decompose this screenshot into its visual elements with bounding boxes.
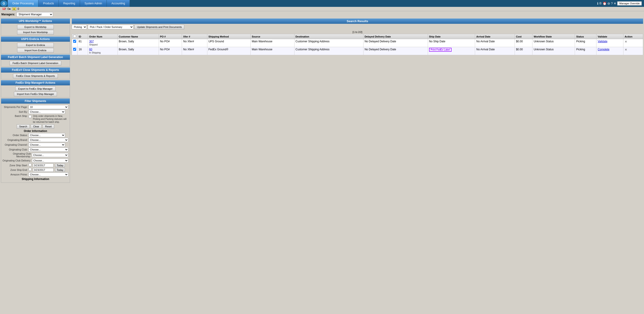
view-select[interactable]: Picking bbox=[72, 25, 87, 29]
originating-brand-row: Originating Brand: Choose... bbox=[2, 138, 68, 142]
row1-action-btn[interactable]: ✕ bbox=[624, 40, 627, 44]
export-worldship-btn[interactable]: Export to Worldship bbox=[17, 25, 54, 29]
zone-ship-start-input[interactable] bbox=[33, 164, 54, 167]
search-btn[interactable]: Search bbox=[17, 124, 30, 128]
shipping-info-header: Shipping Information bbox=[2, 178, 68, 181]
originating-channel-control: Choose... bbox=[28, 143, 68, 147]
batch-ship-control: Only order shipments in New, Picking and… bbox=[28, 114, 68, 124]
sort-by-row: Sort By: Choose... bbox=[2, 110, 68, 114]
row1-arrival-date-cell: No Arrival Date bbox=[475, 39, 514, 47]
row2-complete-link[interactable]: Complete bbox=[598, 48, 609, 51]
table-body: 81 307 Shipped Brown, Sally No PO# No Xf… bbox=[72, 39, 643, 55]
row1-checkbox[interactable] bbox=[73, 40, 76, 43]
th-customer-name: Customer Name bbox=[118, 34, 159, 39]
th-xfer: Xfer # bbox=[182, 34, 207, 39]
row1-status-cell: Picking bbox=[575, 39, 596, 47]
close-icon[interactable]: ✕ bbox=[614, 2, 616, 5]
managers-select[interactable]: Shipment Manager bbox=[16, 12, 53, 17]
info-icon[interactable]: ℹ bbox=[597, 2, 598, 5]
zone-ship-start-today-btn[interactable]: Today bbox=[55, 164, 65, 167]
originating-club-membership-row: Originating Club Membership: Choose... bbox=[2, 152, 68, 158]
results-header: Search Results bbox=[72, 18, 643, 24]
sort-by-control: Choose... bbox=[28, 110, 68, 114]
minus-icon[interactable]: ⊖ bbox=[608, 2, 610, 5]
row2-order-link[interactable]: 60 bbox=[89, 48, 92, 51]
originating-club-delivery-select[interactable]: Choose... bbox=[32, 158, 68, 162]
row1-validate-link[interactable]: Validate bbox=[598, 40, 607, 43]
row1-customer-name-cell: Brown, Sally bbox=[118, 39, 159, 47]
originating-brand-label: Originating Brand: bbox=[2, 138, 28, 141]
originating-club-membership-select[interactable]: Choose... bbox=[32, 153, 68, 157]
report-select[interactable]: Pick / Pack / Order Summary bbox=[88, 25, 134, 29]
row2-order-status: In Shipping bbox=[89, 52, 100, 54]
row2-xfer-cell: No Xfer# bbox=[182, 47, 207, 55]
nav-system-admin[interactable]: System Admin bbox=[80, 0, 107, 7]
amazon-prime-label: Amazon Prime: bbox=[2, 173, 28, 176]
nav-order-processing[interactable]: Order Processing bbox=[8, 0, 38, 7]
order-status-select[interactable]: Choose... bbox=[28, 133, 65, 137]
help-icon[interactable]: ? bbox=[611, 2, 613, 5]
app-logo: G bbox=[0, 0, 7, 6]
row1-source-cell: Main Warehouse bbox=[250, 39, 294, 47]
clear-btn[interactable]: Clear bbox=[31, 124, 42, 128]
row2-action-btn[interactable]: ✕ bbox=[624, 48, 627, 52]
fedex-ship-body: Export to FedEx Ship Manager Import from… bbox=[1, 85, 70, 98]
sort-by-select[interactable]: Choose... bbox=[28, 110, 65, 114]
zone-ship-end-today-btn[interactable]: Today bbox=[55, 168, 65, 172]
row1-delayed-delivery-cell: No Delayed Delivery Date bbox=[363, 39, 428, 47]
originating-club-select[interactable]: Choose... bbox=[28, 148, 68, 152]
zone-ship-start-row: Zone Ship Start: Today bbox=[2, 163, 68, 167]
row1-ship-date-cell: No Ship Date bbox=[428, 39, 475, 47]
fedex-close-btn[interactable]: FedEx Close Shipments & Reports bbox=[13, 74, 58, 78]
select-all-checkbox[interactable] bbox=[73, 35, 76, 38]
row2-shipping-method-cell: FedEx Ground® bbox=[207, 47, 250, 55]
print-fedex-label-btn[interactable]: Print FedEx Label bbox=[429, 48, 452, 52]
row2-destination-cell: Customer Shipping Address bbox=[294, 47, 363, 55]
shipments-per-page-row: Shipments Per Page: 10 25 50 bbox=[2, 105, 68, 109]
amazon-prime-select[interactable]: Choose... bbox=[28, 172, 68, 176]
row2-checkbox[interactable] bbox=[73, 48, 76, 51]
row1-validate-cell: Validate bbox=[596, 39, 624, 47]
reset-btn[interactable]: Reset bbox=[42, 124, 54, 128]
row1-order-link[interactable]: 307 bbox=[89, 40, 94, 43]
zone-ship-end-input[interactable] bbox=[33, 168, 54, 172]
row1-id: 81 bbox=[79, 40, 82, 43]
row1-po-cell: No PO# bbox=[159, 39, 182, 47]
update-shipments-btn[interactable]: Update Shipments and Print Documents bbox=[134, 25, 184, 29]
export-fedex-btn[interactable]: Export to FedEx Ship Manager bbox=[15, 86, 56, 91]
th-checkbox bbox=[72, 34, 78, 39]
import-worldship-btn[interactable]: Import from Worldship bbox=[17, 30, 54, 34]
nav-products[interactable]: Products bbox=[38, 0, 58, 7]
row2-id-cell: 16 bbox=[78, 47, 88, 55]
managers-row: Managers: Shipment Manager bbox=[0, 11, 644, 18]
originating-channel-label: Originating Channel: bbox=[2, 144, 28, 146]
nav-reporting[interactable]: Reporting bbox=[59, 0, 80, 7]
registered-icon[interactable]: ® bbox=[599, 2, 602, 5]
export-endicia-btn[interactable]: Export to Endicia bbox=[17, 43, 54, 47]
shipments-per-page-select[interactable]: 10 25 50 bbox=[28, 105, 68, 109]
top-nav: G Order Processing Products Reporting Sy… bbox=[0, 0, 644, 7]
amazon-prime-control: Choose... bbox=[28, 172, 68, 176]
batch-ship-text: Only order shipments in New, Picking and… bbox=[33, 114, 68, 124]
order-info-header: Order Information bbox=[2, 130, 68, 133]
import-endicia-btn[interactable]: Import from Endicia bbox=[17, 48, 54, 52]
filter-body: Shipments Per Page: 10 25 50 Sort By: bbox=[1, 104, 70, 182]
zone-ship-start-label: Zone Ship Start: bbox=[2, 164, 28, 167]
clock-icon[interactable]: ⏰ bbox=[602, 2, 606, 5]
nav-accounting[interactable]: Accounting bbox=[107, 0, 130, 7]
envelope-icon: ✉ bbox=[12, 7, 16, 10]
fedex-close-header: FedEx® Close Shipments & Reports bbox=[1, 68, 70, 72]
shipments-per-page-control: 10 25 50 bbox=[28, 105, 68, 109]
manager-override-btn[interactable]: Manager Override bbox=[617, 1, 642, 6]
usps-section: USPS Endicia Actions Export to Endicia I… bbox=[1, 36, 70, 54]
originating-brand-select[interactable]: Choose... bbox=[28, 138, 68, 142]
import-fedex-btn[interactable]: Import from FedEx Ship Manager bbox=[14, 92, 57, 96]
batch-ship-checkbox[interactable] bbox=[28, 115, 32, 118]
zone-ship-start-checkbox[interactable] bbox=[28, 163, 32, 166]
batch-ship-label: Batch Ship: bbox=[2, 114, 28, 117]
zone-ship-end-checkbox[interactable] bbox=[28, 168, 32, 171]
fedex-batch-btn[interactable]: FedEx Batch Shipment Label Generation bbox=[10, 61, 61, 66]
fedex-batch-section: FedEx® Batch Shipment Label Generation F… bbox=[1, 55, 70, 66]
results-controls: Picking Pick / Pack / Order Summary Upda… bbox=[72, 24, 643, 30]
originating-channel-select[interactable]: Choose... bbox=[28, 143, 65, 147]
